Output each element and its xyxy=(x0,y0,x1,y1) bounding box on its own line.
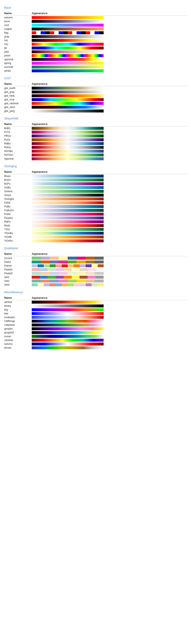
colormap-bar-Purples xyxy=(30,216,187,220)
colormap-name-bwr: bwr xyxy=(4,312,30,316)
colormap-bar-cubehelix xyxy=(30,323,187,327)
colorbar-terrain xyxy=(32,346,104,349)
colormap-name-Spectral: Spectral xyxy=(4,157,30,161)
colormap-bar-Spectral xyxy=(30,157,187,161)
colorbar-ocean xyxy=(32,335,104,338)
colormap-table-sequential: NameAppearanceBrBGPiYGPRGnPuOrRdBuRdGyRd… xyxy=(4,122,187,161)
colorbar-Paired xyxy=(32,264,104,267)
colorbar-RdBu xyxy=(32,142,104,145)
table-row: winter xyxy=(4,69,187,73)
table-row: prism xyxy=(4,54,187,58)
colormap-bar-rainbow xyxy=(30,338,187,342)
colormap-name-autumn: autumn xyxy=(4,16,30,20)
section-title-miscellaneous: Miscellaneous xyxy=(4,290,187,294)
table-row: hot xyxy=(4,38,187,42)
colormap-bar-BuGn xyxy=(30,178,187,182)
colormap-name-gist_gray: gist_gray xyxy=(4,90,30,94)
colorbar-Reds xyxy=(32,224,104,227)
colormap-bar-terrain xyxy=(30,346,187,350)
colormap-name-YlOrRd: YlOrRd xyxy=(4,239,30,243)
colormap-name-BuPu: BuPu xyxy=(4,182,30,186)
colormap-name-binary: binary xyxy=(4,304,30,308)
table-row: Set1 xyxy=(4,275,187,279)
colorbar-RdGy xyxy=(32,146,104,149)
colormap-name-Pastel2: Pastel2 xyxy=(4,272,30,275)
colormap-bar-ocean xyxy=(30,334,187,338)
colorbar-PuOr xyxy=(32,138,104,141)
colorbar-PuBu xyxy=(32,205,104,208)
colorbar-PuRd xyxy=(32,213,104,216)
section-title-base: Base xyxy=(4,6,187,9)
table-row: bwr xyxy=(4,312,187,316)
colormap-name-flag: flag xyxy=(4,31,30,35)
table-row: YlGn xyxy=(4,228,187,231)
colormap-name-Set1: Set1 xyxy=(4,275,30,279)
colorbar-GnBu xyxy=(32,186,104,189)
section-title-qualitative: Qualitative xyxy=(4,246,187,250)
colormap-bar-bwr xyxy=(30,312,187,316)
colormap-name-BuGn: BuGn xyxy=(4,178,30,182)
table-header-name: Name xyxy=(4,296,30,300)
colormap-name-Accent: Accent xyxy=(4,256,30,260)
colormap-bar-hsv xyxy=(30,42,187,46)
colorbar-autumn xyxy=(32,16,104,19)
colormap-bar-Pastel1 xyxy=(30,268,187,272)
colorbar-gist_earth xyxy=(32,87,104,90)
colormap-name-Paired: Paired xyxy=(4,264,30,268)
colormap-name-terrain: terrain xyxy=(4,346,30,350)
colormap-bar-RdYlBu xyxy=(30,149,187,153)
colormap-name-PuBu: PuBu xyxy=(4,205,30,208)
table-row: cool xyxy=(4,23,187,27)
table-row: RdGy xyxy=(4,146,187,149)
colormap-table-miscellaneous: NameAppearanceafmhotbinarybrgbwrcoolwarm… xyxy=(4,296,187,350)
colormap-name-Reds: Reds xyxy=(4,224,30,228)
colorbar-pink xyxy=(32,50,104,53)
section-title-diverging: Diverging xyxy=(4,164,187,168)
table-row: Dark2 xyxy=(4,260,187,264)
colormap-bar-winter xyxy=(30,69,187,73)
colormap-name-RdYlBu: RdYlBu xyxy=(4,149,30,153)
colormap-bar-YlGnBu xyxy=(30,231,187,235)
table-row: YlOrRd xyxy=(4,239,187,243)
table-row: afmhot xyxy=(4,300,187,304)
colormap-bar-gist_stern xyxy=(30,105,187,109)
table-row: Set2 xyxy=(4,279,187,283)
colorbar-Greys xyxy=(32,194,104,197)
table-row: summer xyxy=(4,65,187,69)
table-header-name: Name xyxy=(4,122,30,126)
colorbar-spectral xyxy=(32,58,104,61)
table-header-appearance: Appearance xyxy=(30,122,187,126)
colormap-bar-GnBu xyxy=(30,186,187,190)
colorbar-winter xyxy=(32,69,104,72)
colorbar-Accent xyxy=(32,257,104,260)
colorbar-Set2 xyxy=(32,280,104,282)
colormap-name-summer: summer xyxy=(4,65,30,69)
table-row: gist_ncar xyxy=(4,98,187,102)
colormap-name-Pastel1: Pastel1 xyxy=(4,268,30,272)
table-row: bone xyxy=(4,20,187,23)
colormap-name-YlGnBu: YlGnBu xyxy=(4,231,30,235)
colormap-name-prism: prism xyxy=(4,54,30,58)
colormap-name-gist_stern: gist_stern xyxy=(4,105,30,109)
colormap-bar-RdYlGn xyxy=(30,153,187,157)
colormap-name-afmhot: afmhot xyxy=(4,300,30,304)
colorbar-prism xyxy=(32,54,104,57)
colormap-name-PiYG: PiYG xyxy=(4,130,30,134)
colorbar-Purples xyxy=(32,216,104,220)
colorbar-RdPu xyxy=(32,220,104,223)
colormap-bar-Dark2 xyxy=(30,260,187,264)
table-row: flag xyxy=(4,31,187,35)
colormap-bar-RdGy xyxy=(30,146,187,149)
table-header-appearance: Appearance xyxy=(30,252,187,256)
colormap-name-PRGn: PRGn xyxy=(4,134,30,138)
table-row: gnuplot2 xyxy=(4,331,187,334)
table-row: PuBu xyxy=(4,205,187,208)
colormap-bar-cool xyxy=(30,23,187,27)
colorbar-seismic xyxy=(32,342,104,346)
colormap-bar-jet xyxy=(30,46,187,50)
table-row: RdBu xyxy=(4,142,187,146)
table-row: gnuplot xyxy=(4,327,187,331)
table-header-appearance: Appearance xyxy=(30,11,187,16)
colorbar-Blues xyxy=(32,175,104,178)
colorbar-YlGn xyxy=(32,228,104,231)
